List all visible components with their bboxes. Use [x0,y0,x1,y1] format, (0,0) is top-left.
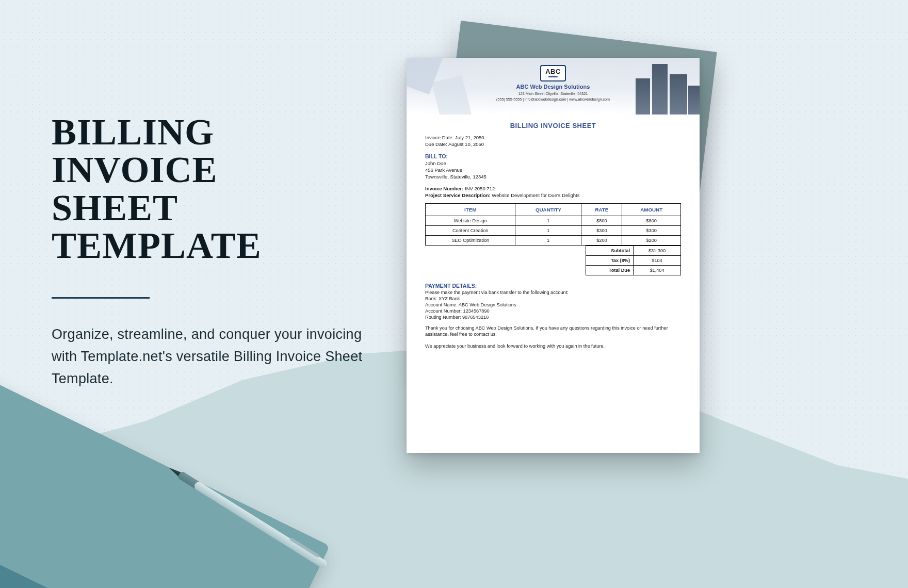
cell-rate: $300 [581,226,622,236]
payment-instruction: Please make the payment via bank transfe… [425,290,681,295]
table-row: Content Creation 1 $300 $300 [426,226,681,236]
cell-amount: $300 [622,226,681,236]
project-label: Project Service Description: [425,192,492,198]
subtotal-label: Subtotal [586,246,634,256]
payment-routing: Routing Number: 9876543210 [425,315,681,320]
cell-rate: $800 [581,216,622,226]
cell-qty: 1 [515,236,581,246]
col-rate: RATE [581,204,622,216]
promo-description: Organize, streamline, and conquer your i… [52,323,382,390]
promo-title-line2: SHEET TEMPLATE [52,187,262,266]
invoice-date-value: July 21, 2050 [455,135,484,140]
project-line: Project Service Description: Website Dev… [425,192,681,198]
cell-item: Content Creation [426,226,515,236]
invoice-date-label: Invoice Date: [425,135,455,140]
cell-amount: $800 [622,216,681,226]
bill-to-label: BILL TO: [425,153,681,159]
company-address: 123 Main Street Cityville, Stateville, 5… [407,91,700,96]
bill-to-name: John Doe [425,160,681,166]
tax-value: $104 [634,256,681,266]
cell-item: Website Design [426,216,515,226]
table-row: Website Design 1 $800 $800 [426,216,681,226]
subtotal-row: Subtotal $31,300 [425,246,681,256]
col-amount: AMOUNT [622,204,681,216]
company-name: ABC Web Design Solutions [407,84,700,90]
cell-item: SEO Optimization [426,236,515,246]
document-body: BILLING INVOICE SHEET Invoice Date: July… [407,115,700,357]
due-date-line: Due Date: August 10, 2050 [425,141,681,147]
col-item: ITEM [426,204,515,216]
table-row: SEO Optimization 1 $200 $200 [426,236,681,246]
subtotal-value: $31,300 [634,246,681,256]
payment-account-name: Account Name: ABC Web Design Solutions [425,302,681,307]
promo-title: BILLING INVOICE SHEET TEMPLATE [52,113,382,265]
project-value: Website Development for Doe's Delights [492,192,579,198]
payment-account-number: Account Number: 1234567890 [425,308,681,314]
tax-label: Tax (8%) [586,256,634,266]
items-table: ITEM QUANTITY RATE AMOUNT Website Design… [425,203,681,246]
table-header-row: ITEM QUANTITY RATE AMOUNT [426,204,681,216]
invoice-date-line: Invoice Date: July 21, 2050 [425,135,681,140]
cell-amount: $200 [622,236,681,246]
invoice-document: ABC ABC Web Design Solutions 123 Main St… [407,58,700,453]
promo-title-line1: BILLING INVOICE [52,111,218,190]
invoice-number-label: Invoice Number: [425,186,465,191]
thankyou-paragraph: Thank you for choosing ABC Web Design So… [425,325,681,338]
cell-qty: 1 [515,226,581,236]
payment-details-label: PAYMENT DETAILS: [425,283,681,289]
company-contact: (555) 555-5555 | info@abcwebdesign.com |… [407,97,700,102]
total-row: Total Due $1,404 [425,266,681,275]
totals-table: Subtotal $31,300 Tax (8%) $104 Total Due… [425,246,681,275]
letterhead: ABC ABC Web Design Solutions 123 Main St… [407,58,700,115]
due-date-label: Due Date: [425,141,448,147]
total-label: Total Due [586,266,634,275]
company-logo: ABC [540,65,566,81]
payment-bank: Bank: XYZ Bank [425,296,681,301]
total-value: $1,404 [634,266,681,275]
due-date-value: August 10, 2050 [448,141,484,147]
logo-text: ABC [545,68,561,75]
cell-rate: $200 [581,236,622,246]
cell-qty: 1 [515,216,581,226]
sheet-title: BILLING INVOICE SHEET [425,122,681,129]
tax-row: Tax (8%) $104 [425,256,681,266]
closing-paragraph: We appreciate your business and look for… [425,343,681,349]
bill-to-street: 456 Park Avenue [425,167,681,173]
col-quantity: QUANTITY [515,204,581,216]
promo-divider [52,297,150,299]
promo-block: BILLING INVOICE SHEET TEMPLATE Organize,… [52,113,382,390]
invoice-number-value: INV 2050 712 [465,186,495,191]
bill-to-city: Townsville, Stateville, 12345 [425,174,681,179]
invoice-number-line: Invoice Number: INV 2050 712 [425,186,681,191]
